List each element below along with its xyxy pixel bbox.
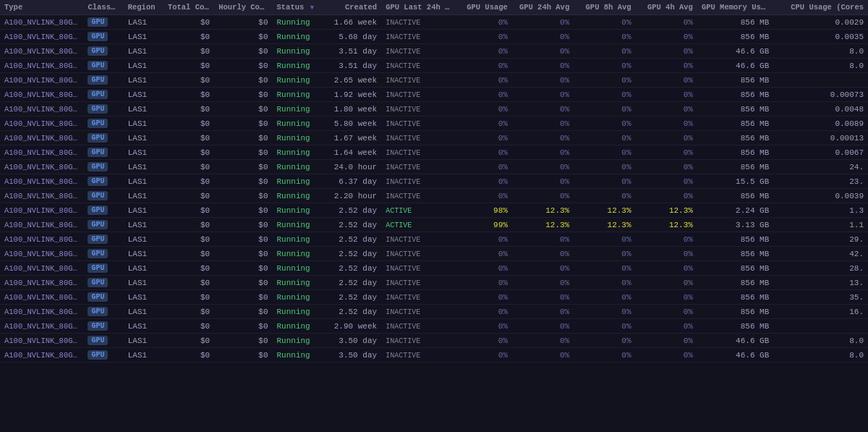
col-header-gpu-last[interactable]: GPU Last 24h Status — [381, 0, 454, 15]
table-row[interactable]: A100_NVLINK_80GB.7.xe... GPU LAS1 $0 $0 … — [0, 145, 868, 160]
cell-type: A100_NVLINK_80GB.8.xe... — [0, 276, 83, 290]
cell-gpu-24avg: 0% — [512, 117, 574, 131]
col-header-region[interactable]: Region — [124, 0, 163, 15]
cell-gpu-mem: 15.5 GB — [697, 174, 773, 189]
col-header-hourly-cost[interactable]: Hourly Cost — [214, 0, 272, 15]
table-row[interactable]: A100_NVLINK_80GB.8.xe... GPU LAS1 $0 $0 … — [0, 276, 868, 290]
cell-gpu-8avg: 0% — [574, 174, 635, 189]
cell-cpu-usage: 42. — [773, 247, 868, 261]
class-badge: GPU — [88, 263, 108, 273]
cell-hourly-cost: $0 — [214, 203, 272, 218]
table-row[interactable]: A100_NVLINK_80GB.8.xe... GPU LAS1 $0 $0 … — [0, 203, 868, 218]
table-row[interactable]: A100_NVLINK_80GB.8.xe... GPU LAS1 $0 $0 … — [0, 218, 868, 232]
cell-cpu-usage: 1.3 — [773, 203, 868, 218]
col-header-total-cost[interactable]: Total Cost — [163, 0, 214, 15]
table-row[interactable]: A100_NVLINK_80GB.8.xe... GPU LAS1 $0 $0 … — [0, 30, 868, 44]
cell-gpu-4avg: 0% — [636, 102, 697, 117]
cell-cpu-usage: 8.0 — [773, 334, 868, 348]
col-header-type[interactable]: Type — [0, 0, 83, 15]
cell-status: Running — [273, 348, 323, 363]
col-header-gpu-usage[interactable]: GPU Usage — [454, 0, 512, 15]
cell-class: GPU — [83, 290, 123, 305]
cell-total-cost: $0 — [163, 59, 214, 73]
table-row[interactable]: A100_NVLINK_80GB.8.xe... GPU LAS1 $0 $0 … — [0, 88, 868, 102]
class-badge: GPU — [88, 206, 108, 215]
cell-hourly-cost: $0 — [214, 59, 272, 73]
gpu-last-badge: INACTIVE — [386, 135, 420, 143]
table-row[interactable]: A100_NVLINK_80GB.8.xe... GPU LAS1 $0 $0 … — [0, 73, 868, 88]
table-row[interactable]: A100_NVLINK_80GB.8.xe... GPU LAS1 $0 $0 … — [0, 261, 868, 276]
status-badge: Running — [277, 293, 310, 302]
cell-total-cost: $0 — [163, 247, 214, 261]
cell-gpu-8avg: 0% — [574, 30, 635, 44]
cell-hourly-cost: $0 — [214, 160, 272, 174]
class-badge: GPU — [88, 133, 108, 143]
col-header-class[interactable]: Class ▼ — [83, 0, 123, 15]
gpu-last-badge: INACTIVE — [386, 178, 420, 186]
table-row[interactable]: A100_NVLINK_80GB.8.xe... GPU LAS1 $0 $0 … — [0, 160, 868, 174]
cell-region: LAS1 — [124, 334, 163, 348]
table-row[interactable]: A100_NVLINK_80GB.8.xe... GPU LAS1 $0 $0 … — [0, 334, 868, 348]
cell-created: 2.65 week — [323, 73, 381, 88]
cell-type: A100_NVLINK_80GB.8.xe... — [0, 30, 83, 44]
cell-region: LAS1 — [124, 276, 163, 290]
table-row[interactable]: A100_NVLINK_80GB.8.xe... GPU LAS1 $0 $0 … — [0, 59, 868, 73]
cell-region: LAS1 — [124, 232, 163, 247]
status-badge: Running — [277, 221, 310, 229]
table-row[interactable]: A100_NVLINK_80GB.8.xe... GPU LAS1 $0 $0 … — [0, 232, 868, 247]
cell-cpu-usage: 24. — [773, 160, 868, 174]
class-badge: GPU — [88, 292, 108, 302]
col-header-gpu-8avg[interactable]: GPU 8h Avg — [574, 0, 635, 15]
table-row[interactable]: A100_NVLINK_80GB.8.xe... GPU LAS1 $0 $0 … — [0, 319, 868, 334]
class-badge: GPU — [88, 32, 108, 41]
table-row[interactable]: A100_NVLINK_80GB.8.xe... GPU LAS1 $0 $0 … — [0, 15, 868, 30]
table-row[interactable]: A100_NVLINK_80GB.8.xe... GPU LAS1 $0 $0 … — [0, 348, 868, 363]
cell-created: 3.51 day — [323, 59, 381, 73]
class-badge: GPU — [88, 336, 108, 345]
table-row[interactable]: A100_NVLINK_80GB.8.xe... GPU LAS1 $0 $0 … — [0, 102, 868, 117]
cell-gpu-mem: 856 MB — [697, 232, 773, 247]
gpu-last-badge: INACTIVE — [386, 337, 420, 345]
cell-created: 1.67 week — [323, 131, 381, 145]
table-row[interactable]: A100_NVLINK_80GB.8.xe... GPU LAS1 $0 $0 … — [0, 174, 868, 189]
cell-gpu-8avg: 0% — [574, 160, 635, 174]
cell-gpu-8avg: 0% — [574, 189, 635, 203]
table-row[interactable]: A100_NVLINK_80GB.8.xe... GPU LAS1 $0 $0 … — [0, 44, 868, 59]
gpu-last-badge: INACTIVE — [386, 48, 420, 56]
col-header-created[interactable]: Created — [323, 0, 381, 15]
cell-cpu-usage: 1.1 — [773, 218, 868, 232]
class-badge: GPU — [88, 162, 108, 171]
col-header-gpu-24avg[interactable]: GPU 24h Avg — [512, 0, 574, 15]
status-badge: Running — [277, 235, 310, 244]
table-row[interactable]: A100_NVLINK_80GB.8.xe... GPU LAS1 $0 $0 … — [0, 131, 868, 145]
cell-gpu-mem: 856 MB — [697, 189, 773, 203]
cell-gpu-8avg: 0% — [574, 319, 635, 334]
cell-status: Running — [273, 290, 323, 305]
cell-region: LAS1 — [124, 160, 163, 174]
cell-gpu-4avg: 0% — [636, 15, 697, 30]
cell-gpu-24avg: 0% — [512, 261, 574, 276]
table-row[interactable]: A100_NVLINK_80GB.8.xe... GPU LAS1 $0 $0 … — [0, 247, 868, 261]
cell-created: 1.92 week — [323, 88, 381, 102]
table-row[interactable]: A100_NVLINK_80GB.8.xe... GPU LAS1 $0 $0 … — [0, 189, 868, 203]
class-badge: GPU — [88, 321, 108, 331]
cell-gpu-usage: 0% — [454, 276, 512, 290]
cell-type: A100_NVLINK_80GB.8.xe... — [0, 174, 83, 189]
status-badge: Running — [277, 336, 310, 345]
table-row[interactable]: A100_NVLINK_80GB.8.xe... GPU LAS1 $0 $0 … — [0, 117, 868, 131]
cell-total-cost: $0 — [163, 276, 214, 290]
cell-status: Running — [273, 247, 323, 261]
col-header-cpu-usage[interactable]: CPU Usage (Cores — [773, 0, 868, 15]
cell-hourly-cost: $0 — [214, 117, 272, 131]
col-header-gpu-mem[interactable]: GPU Memory Usage — [697, 0, 773, 15]
main-table-container[interactable]: Type Class ▼ Region Total Cost Hourly Co… — [0, 0, 868, 432]
col-header-status[interactable]: Status ▼ — [273, 0, 323, 15]
cell-class: GPU — [83, 131, 123, 145]
cell-gpu-last: INACTIVE — [381, 59, 454, 73]
table-row[interactable]: A100_NVLINK_80GB.8.xe... GPU LAS1 $0 $0 … — [0, 305, 868, 319]
cell-status: Running — [273, 30, 323, 44]
cell-total-cost: $0 — [163, 218, 214, 232]
col-header-gpu-4avg[interactable]: GPU 4h Avg — [636, 0, 697, 15]
table-row[interactable]: A100_NVLINK_80GB.8.xe... GPU LAS1 $0 $0 … — [0, 290, 868, 305]
cell-gpu-mem: 856 MB — [697, 15, 773, 30]
